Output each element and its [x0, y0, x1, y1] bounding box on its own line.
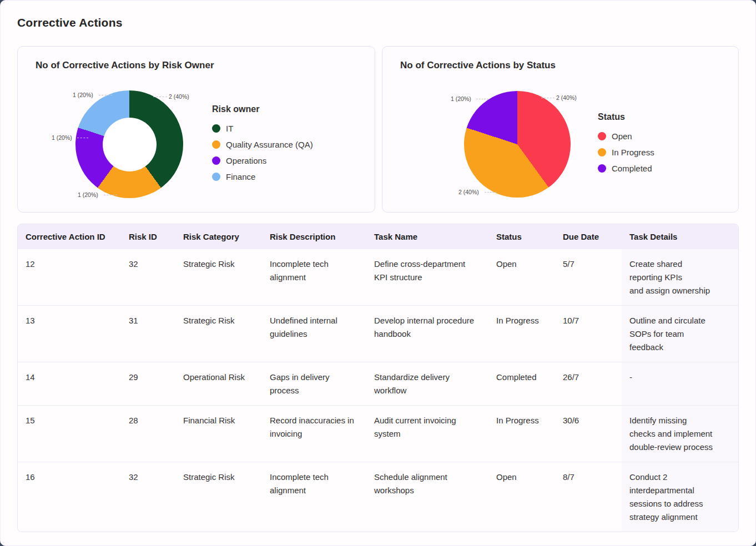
legend-swatch-icon — [598, 132, 606, 140]
cell-due-date: 10/7 — [555, 306, 622, 362]
cell-corrective-action-id: 15 — [18, 406, 121, 462]
slice-label-operations: 1 (20%) — [52, 134, 72, 141]
column-header-status: Status — [488, 224, 555, 249]
column-header-risk-id: Risk ID — [121, 224, 175, 249]
legend-swatch-icon — [212, 140, 220, 149]
column-header-risk-category: Risk Category — [175, 224, 262, 249]
cell-risk-id: 31 — [121, 306, 175, 362]
cell-risk-category: Operational Risk — [175, 362, 262, 405]
cell-corrective-action-id: 13 — [18, 306, 121, 362]
cell-risk-category: Strategic Risk — [175, 462, 262, 532]
legend-label: Open — [612, 132, 632, 141]
leader-line — [476, 99, 488, 99]
legend-label: Quality Assurance (QA) — [226, 140, 313, 149]
legend-swatch-icon — [212, 173, 220, 181]
leader-line — [153, 97, 167, 97]
slice-label-in-progress: 2 (40%) — [458, 189, 479, 195]
column-header-due-date: Due Date — [555, 224, 622, 249]
legend-item-operations[interactable]: Operations — [212, 156, 313, 165]
cell-task-name: Develop internal procedure handbook — [366, 306, 488, 362]
cell-task-name: Define cross-department KPI structure — [366, 249, 488, 305]
leader-line — [99, 95, 112, 95]
cell-task-details: Conduct 2 interdepartmental sessions to … — [622, 462, 739, 532]
legend-item-it[interactable]: IT — [212, 124, 313, 133]
cell-risk-id: 32 — [121, 462, 175, 532]
legend-title-status: Status — [598, 112, 654, 122]
legend-swatch-icon — [212, 124, 220, 133]
cell-risk-description: Undefined internal guidelines — [262, 306, 366, 362]
chart-card-status: No of Corrective Actions by Status 2 (40… — [382, 46, 739, 213]
cell-risk-category: Financial Risk — [175, 406, 262, 462]
slice-label-qa: 1 (20%) — [78, 191, 98, 198]
legend-label: Completed — [612, 164, 652, 173]
risk-owner-donut-chart[interactable] — [75, 90, 183, 198]
cell-risk-description: Record inaccuracies in invoicing — [262, 406, 366, 462]
cell-risk-description: Incomplete tech alignment — [262, 249, 366, 305]
legend-swatch-icon — [212, 156, 220, 165]
legend-label: In Progress — [612, 148, 654, 157]
table-row: 12 32 Strategic Risk Incomplete tech ali… — [18, 249, 738, 305]
cell-status: In Progress — [488, 406, 555, 462]
table-row: 13 31 Strategic Risk Undefined internal … — [18, 305, 738, 362]
cell-status: In Progress — [488, 306, 555, 362]
cell-corrective-action-id: 12 — [18, 249, 121, 305]
cell-task-details: Create shared reporting KPIs and assign … — [622, 249, 739, 305]
cell-due-date: 30/6 — [555, 406, 622, 462]
cell-risk-category: Strategic Risk — [175, 306, 262, 362]
cell-risk-description: Incomplete tech alignment — [262, 462, 366, 532]
column-header-task-details: Task Details — [622, 224, 739, 249]
legend-risk-owner: Risk owner IT Quality Assurance (QA) Ope… — [212, 104, 313, 188]
leader-line — [77, 138, 88, 138]
cell-risk-category: Strategic Risk — [175, 249, 262, 305]
column-header-risk-description: Risk Description — [262, 224, 366, 249]
cell-status: Completed — [488, 362, 555, 405]
cell-task-details: Identify missing checks and implement do… — [622, 406, 739, 462]
legend-item-finance[interactable]: Finance — [212, 172, 313, 181]
cell-risk-id: 28 — [121, 406, 175, 462]
cell-task-name: Standardize delivery workflow — [366, 362, 488, 405]
cell-task-name: Schedule alignment workshops — [366, 462, 488, 532]
corrective-actions-panel: Corrective Actions No of Corrective Acti… — [0, 0, 756, 546]
cell-corrective-action-id: 14 — [18, 362, 121, 405]
page-title: Corrective Actions — [17, 16, 123, 29]
legend-label: Operations — [226, 156, 266, 165]
legend-item-in-progress[interactable]: In Progress — [598, 148, 654, 157]
legend-label: IT — [226, 124, 233, 133]
chart-card-risk-owner: No of Corrective Actions by Risk Owner 2… — [17, 46, 375, 213]
table-row: 16 32 Strategic Risk Incomplete tech ali… — [18, 462, 738, 532]
leader-line — [541, 98, 555, 98]
legend-item-open[interactable]: Open — [598, 132, 654, 141]
cell-risk-description: Gaps in delivery process — [262, 362, 366, 405]
cell-due-date: 26/7 — [555, 362, 622, 405]
legend-swatch-icon — [598, 164, 606, 173]
legend-swatch-icon — [598, 148, 606, 156]
cell-status: Open — [488, 249, 555, 305]
cell-task-name: Audit current invoicing system — [366, 406, 488, 462]
legend-item-completed[interactable]: Completed — [598, 164, 654, 173]
column-header-task-name: Task Name — [366, 224, 488, 249]
corrective-actions-table: Corrective Action ID Risk ID Risk Catego… — [17, 224, 739, 532]
column-header-corrective-action-id: Corrective Action ID — [18, 224, 121, 249]
slice-label-open: 2 (40%) — [556, 94, 577, 101]
cell-status: Open — [488, 462, 555, 532]
chart-title-status: No of Corrective Actions by Status — [400, 60, 556, 71]
chart-title-risk-owner: No of Corrective Actions by Risk Owner — [36, 60, 214, 71]
cell-risk-id: 32 — [121, 249, 175, 305]
slice-label-completed: 1 (20%) — [451, 95, 471, 102]
leader-line — [485, 192, 497, 193]
table-row: 14 29 Operational Risk Gaps in delivery … — [18, 362, 738, 405]
table-row: 15 28 Financial Risk Record inaccuracies… — [18, 405, 738, 462]
cell-risk-id: 29 — [121, 362, 175, 405]
cell-task-details: - — [622, 362, 739, 405]
cell-corrective-action-id: 16 — [18, 462, 121, 532]
leader-line — [104, 195, 117, 195]
legend-status: Status Open In Progress Completed — [598, 112, 654, 180]
legend-label: Finance — [226, 172, 255, 181]
slice-label-it: 2 (40%) — [169, 93, 189, 100]
slice-label-finance: 1 (20%) — [73, 92, 93, 98]
table-header-row: Corrective Action ID Risk ID Risk Catego… — [18, 224, 738, 249]
status-pie-chart[interactable] — [464, 91, 571, 198]
legend-item-quality-assurance[interactable]: Quality Assurance (QA) — [212, 140, 313, 149]
legend-title-risk-owner: Risk owner — [212, 104, 313, 114]
cell-due-date: 5/7 — [555, 249, 622, 305]
